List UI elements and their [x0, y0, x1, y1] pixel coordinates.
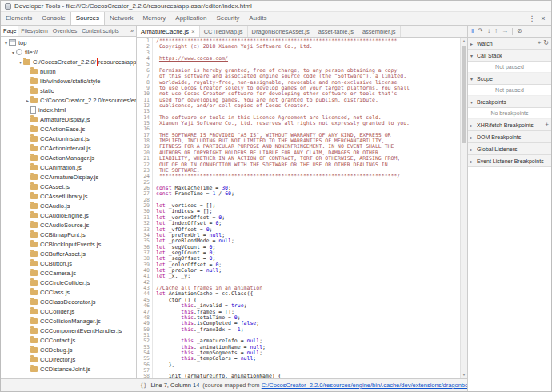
tree-item-c-cocoscreator-2-2-0-resources-engine[interactable]: ▸C:/CocosCreator_2.2.0/resources/engine	[1, 95, 136, 105]
tree-item-lib-windows-static-style[interactable]: lib/windows/static/style	[1, 76, 136, 86]
section-global-listeners[interactable]: ▸Global Listeners	[468, 143, 551, 155]
code-editor[interactable]: 1234567891011121314151617181920212223242…	[137, 38, 467, 378]
tree-item-label: CCBufferAsset.js	[40, 250, 86, 258]
tab-audits[interactable]: Audits	[244, 12, 271, 25]
step-icon[interactable]: →	[502, 28, 508, 34]
tree-item-file[interactable]: ▾file://	[1, 47, 136, 57]
tab-console[interactable]: Console	[37, 12, 70, 25]
chevron-right-icon: ▸	[470, 122, 477, 128]
deactivate-breakpoints-icon[interactable]: ⊘	[517, 28, 522, 34]
overflow-menu-icon[interactable]: »	[128, 26, 136, 36]
source-mapped-link[interactable]: C:/CocosCreator_2.2.0/resources/engine/b…	[262, 382, 467, 389]
tree-item-ccaudiosource-js[interactable]: CCAudioSource.js	[1, 220, 136, 230]
section-breakpoints[interactable]: ▾Breakpoints	[468, 96, 551, 108]
tree-item-cccamera-js[interactable]: CCCamera.js	[1, 268, 136, 278]
main-toolbar: ElementsConsoleSourcesNetworkMemoryAppli…	[1, 12, 551, 26]
step-into-icon[interactable]: ↓	[487, 28, 490, 34]
section-watch[interactable]: ▸Watch+↻	[468, 38, 551, 50]
editor-tab-dragonbonesasset-js[interactable]: DragonBonesAsset.js	[248, 26, 314, 37]
folder-icon	[30, 318, 38, 324]
tree-item-ccbutton-js[interactable]: CCButton.js	[1, 258, 136, 268]
tree-item-ccarmaturedisplay-js[interactable]: CCArmatureDisplay.js	[1, 172, 136, 182]
tree-item-ccaudio-js[interactable]: CCAudio.js	[1, 201, 136, 210]
tree-item-cccollider-js[interactable]: CCCollider.js	[1, 306, 136, 316]
tree-item-index-html[interactable]: index.html	[1, 105, 136, 114]
chevron-down-icon[interactable]: ▾	[3, 40, 9, 46]
pause-script-execution-icon[interactable]: ‖	[471, 28, 474, 34]
editor-pane: ArmatureCache.js×CCTiledMap.jsDragonBone…	[137, 26, 467, 378]
navigator-tab-overrides[interactable]: Overrides	[50, 26, 79, 36]
section-dom-breakpoints[interactable]: ▸DOM Breakpoints	[468, 131, 551, 143]
tree-item-ccdebug-js[interactable]: CCDebug.js	[1, 345, 136, 354]
tab-sources[interactable]: Sources	[70, 12, 105, 25]
chevron-down-icon[interactable]: ▾	[18, 59, 23, 65]
tab-memory[interactable]: Memory	[138, 12, 170, 25]
frame-icon	[9, 39, 16, 46]
section-scope[interactable]: ▾Scope	[468, 73, 551, 85]
tree-item-ccasset-js[interactable]: CCAsset.js	[1, 182, 136, 191]
scroll-up-icon[interactable]: ▲	[461, 38, 467, 45]
tree-item-ccdirector-js[interactable]: CCDirector.js	[1, 354, 136, 364]
tree-item-ccactionmanager-js[interactable]: CCActionManager.js	[1, 153, 136, 162]
tree-item-ccactioninterval-js[interactable]: CCActionInterval.js	[1, 143, 136, 153]
navigator-tab-content-scripts[interactable]: Content scripts	[79, 26, 122, 36]
navigator-tab-page[interactable]: Page	[1, 26, 18, 36]
tree-item-cccontact-js[interactable]: CCContact.js	[1, 335, 136, 345]
pretty-print-icon[interactable]: {}	[140, 382, 146, 389]
tree-item-ccaudioengine-js[interactable]: CCAudioEngine.js	[1, 210, 136, 220]
chevron-down-icon: ▾	[470, 76, 477, 82]
more-options-icon[interactable]: ⋮	[527, 14, 537, 22]
file-icon	[30, 106, 36, 114]
folder-icon	[30, 88, 38, 94]
tree-item-label: lib/windows/static/style	[40, 78, 100, 85]
tree-item-c-cocoscreator-2-2-0[interactable]: ▾C:/CocosCreator_2.2.0/resources/app.asa…	[1, 57, 136, 66]
step-out-icon[interactable]: ↑	[494, 28, 498, 34]
tree-item-static[interactable]: static	[1, 86, 136, 95]
tab-application[interactable]: Application	[170, 12, 211, 25]
add-xhr-breakpoint-icon[interactable]: +	[545, 122, 549, 128]
chevron-right-icon[interactable]: ▸	[25, 98, 30, 103]
tree-item-ccbitmapfont-js[interactable]: CCBitmapFont.js	[1, 230, 136, 239]
tab-network[interactable]: Network	[105, 12, 138, 25]
tree-item-builtin[interactable]: builtin	[1, 66, 136, 76]
editor-tab-asset-table-js[interactable]: asset-table.js	[314, 26, 358, 37]
editor-tab-cctiledmap-js[interactable]: CCTiledMap.js	[200, 26, 248, 37]
line-number-gutter[interactable]: 1234567891011121314151617181920212223242…	[137, 38, 153, 378]
chevron-down-icon[interactable]: ▾	[10, 50, 16, 55]
tree-item-ccblockinputevents-js[interactable]: CCBlockInputEvents.js	[1, 239, 136, 249]
section-xhr-fetch-breakpoints[interactable]: ▸XHR/fetch Breakpoints+	[468, 119, 551, 131]
vertical-scrollbar[interactable]: ▲ ▼	[460, 38, 467, 378]
step-over-icon[interactable]: ↷	[478, 28, 483, 34]
tree-item-ccdistancejoint-js[interactable]: CCDistanceJoint.js	[1, 364, 136, 374]
tree-item-top[interactable]: ▾top	[1, 38, 136, 47]
tab-security[interactable]: Security	[211, 12, 244, 25]
tree-item-cccirclecollider-js[interactable]: CCCircleCollider.js	[1, 278, 136, 287]
tree-item-ccactioninstant-js[interactable]: CCActionInstant.js	[1, 134, 136, 143]
scrollbar-thumb[interactable]	[462, 46, 466, 143]
refresh-watch-icon[interactable]: ↻	[543, 40, 549, 46]
editor-tab-assembler-js[interactable]: assembler.js	[358, 26, 401, 37]
section-event-listener-breakpoints[interactable]: ▸Event Listener Breakpoints	[468, 155, 551, 167]
tree-item-cccollisionmanager-js[interactable]: CCCollisionManager.js	[1, 316, 136, 326]
tree-item-ccclass-js[interactable]: CCClass.js	[1, 287, 136, 297]
editor-tab-armaturecache-js[interactable]: ArmatureCache.js×	[137, 26, 200, 37]
navigator-tab-filesystem[interactable]: Filesystem	[18, 26, 50, 36]
chevron-right-icon: ▸	[470, 158, 477, 164]
tab-elements[interactable]: Elements	[1, 12, 37, 25]
tree-item-ccanimation-js[interactable]: CCAnimation.js	[1, 162, 136, 172]
tree-item-ccassetlibrary-js[interactable]: CCAssetLibrary.js	[1, 191, 136, 201]
close-tab-icon[interactable]: ×	[191, 28, 195, 35]
tree-item-armaturedisplay-js[interactable]: ArmatureDisplay.js	[1, 114, 136, 124]
left-main-area: PageFilesystemOverridesContent scripts »…	[1, 26, 467, 391]
scroll-down-icon[interactable]: ▼	[461, 371, 467, 378]
navigator-tab-strip: PageFilesystemOverridesContent scripts	[1, 26, 122, 36]
close-icon[interactable]: ×	[538, 14, 548, 22]
chevron-down-icon: ▾	[470, 53, 477, 58]
tree-item-ccactionease-js[interactable]: CCActionEase.js	[1, 124, 136, 134]
source-code[interactable]: /***************************************…	[153, 38, 460, 378]
tree-item-cccomponenteventhandler-js[interactable]: CCComponentEventHandler.js	[1, 326, 136, 335]
tree-item-ccclassdecorator-js[interactable]: CCClassDecorator.js	[1, 297, 136, 306]
tree-item-ccbufferasset-js[interactable]: CCBufferAsset.js	[1, 249, 136, 258]
section-call-stack[interactable]: ▾Call Stack	[468, 50, 551, 62]
add-watch-expression-icon[interactable]: +	[538, 40, 542, 46]
